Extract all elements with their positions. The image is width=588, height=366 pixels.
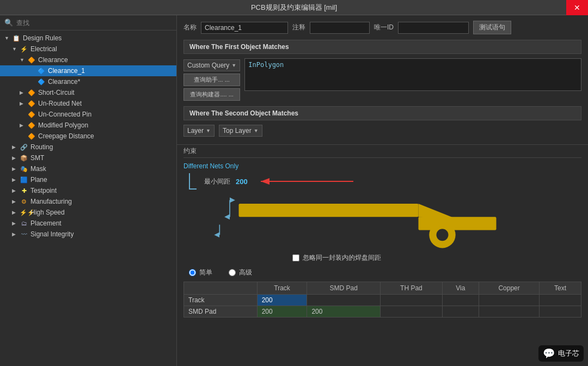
test-button[interactable]: 测试语句 — [473, 21, 511, 34]
svg-rect-6 — [419, 217, 497, 230]
search-input[interactable] — [16, 19, 172, 27]
table-row-track: Track 200 — [184, 295, 581, 306]
tree-item-un-connected-pin[interactable]: 🔶 Un-Connected Pin — [0, 109, 176, 120]
uid-input[interactable] — [398, 22, 469, 34]
tree-item-clearance-folder[interactable]: ▼ 🔶 Clearance — [0, 54, 176, 65]
row-label-track: Track — [184, 295, 258, 306]
mode-radio-row: 简单 高级 — [183, 268, 581, 277]
smdpad-thpad-value[interactable] — [381, 306, 443, 318]
tree-item-clearance1[interactable]: 🔷 Clearance_1 — [0, 65, 176, 76]
clearance-bracket — [189, 173, 197, 190]
comment-input[interactable] — [310, 22, 370, 34]
table-header-track: Track — [257, 282, 307, 295]
wechat-icon: 💬 — [543, 347, 555, 359]
filter-dropdown-arrow-icon: ▼ — [206, 128, 211, 133]
row-label-smdpad: SMD Pad — [184, 306, 258, 318]
tree-item-plane[interactable]: ▶ 🟦 Plane — [0, 174, 176, 185]
first-match-header: Where The First Object Matches — [183, 40, 581, 54]
query-textarea[interactable]: InPolygon — [244, 58, 581, 91]
rule-tree: ▼ 📋 Design Rules ▼ ⚡ Electrical ▼ 🔶 Clea… — [0, 30, 176, 366]
layer-dropdown[interactable]: Top Layer ▼ — [219, 125, 262, 137]
search-bar: 🔍 — [0, 15, 176, 30]
advanced-radio-label[interactable]: 高级 — [229, 268, 252, 277]
track-copper-value[interactable] — [479, 295, 540, 306]
svg-rect-4 — [239, 204, 419, 217]
constraints-area: 约束 Different Nets Only 最小间距 200 — [177, 145, 588, 366]
tree-item-manufacturing[interactable]: ▶ ⚙ Manufacturing — [0, 196, 176, 207]
table-row-smdpad: SMD Pad 200 200 — [184, 306, 581, 318]
window-title: PCB规则及约束编辑器 [mil] — [251, 3, 337, 13]
track-thpad-value[interactable] — [381, 295, 443, 306]
ignore-pad-label: 忽略同一封装内的焊盘间距 — [303, 253, 381, 263]
second-match-header: Where The Second Object Matches — [183, 106, 581, 120]
wechat-watermark: 💬 电子芯 — [538, 345, 584, 362]
tree-item-testpoint[interactable]: ▶ ✚ Testpoint — [0, 185, 176, 196]
smdpad-text-value[interactable] — [540, 306, 581, 318]
smdpad-track-value[interactable]: 200 — [257, 306, 307, 318]
right-panel: 名称 注释 唯一ID 测试语句 Where The First Object M… — [177, 15, 588, 366]
smdpad-via-value[interactable] — [442, 306, 479, 318]
tree-item-design-rules[interactable]: ▼ 📋 Design Rules — [0, 33, 176, 44]
track-smdpad-value[interactable] — [307, 295, 381, 306]
smdpad-copper-value[interactable] — [479, 306, 540, 318]
form-area: 名称 注释 唯一ID 测试语句 Where The First Object M… — [177, 15, 588, 145]
tree-item-smt[interactable]: ▶ 📦 SMT — [0, 152, 176, 163]
name-label: 名称 — [183, 23, 197, 32]
name-row: 名称 注释 唯一ID 测试语句 — [183, 21, 581, 34]
uid-label: 唯一ID — [374, 23, 394, 32]
query-helper-button[interactable]: 查询助手... ... — [183, 74, 240, 86]
wechat-text: 电子芯 — [558, 349, 579, 358]
title-bar: PCB规则及约束编辑器 [mil] ✕ — [0, 0, 588, 15]
tree-item-un-routed-net[interactable]: ▶ 🔶 Un-Routed Net — [0, 98, 176, 109]
tree-item-mask[interactable]: ▶ 🎭 Mask — [0, 163, 176, 174]
track-text-value[interactable] — [540, 295, 581, 306]
second-match-area: Where The Second Object Matches Layer ▼ … — [183, 106, 581, 137]
track-track-value[interactable]: 200 — [257, 295, 307, 306]
min-clearance-label: 最小间距 — [204, 177, 230, 186]
ignore-pad-checkbox-row: 忽略同一封装内的焊盘间距 — [292, 253, 581, 263]
constraint-table: Track SMD Pad TH Pad Via Copper Text Tra… — [183, 282, 581, 318]
search-icon: 🔍 — [4, 19, 13, 27]
first-match-area: Where The First Object Matches Custom Qu… — [183, 40, 581, 101]
diff-nets-label: Different Nets Only — [183, 162, 581, 170]
ignore-pad-checkbox[interactable] — [292, 254, 299, 261]
svg-point-9 — [437, 229, 449, 241]
left-panel: 🔍 ▼ 📋 Design Rules ▼ ⚡ Electrical ▼ — [0, 15, 177, 366]
arrow-annotation — [255, 175, 397, 187]
tree-item-signal-integrity[interactable]: ▶ 〰 Signal Integrity — [0, 229, 176, 240]
track-diagram — [183, 192, 581, 252]
layer-dropdown-arrow-icon: ▼ — [254, 128, 259, 133]
constraints-label: 约束 — [183, 145, 581, 158]
table-header-thpad: TH Pad — [381, 282, 443, 295]
query-builder-button[interactable]: 查询构建器.... ... — [183, 88, 240, 101]
clearance-value: 200 — [236, 178, 248, 186]
tree-item-clearance2[interactable]: 🔷 Clearance* — [0, 76, 176, 87]
tree-item-placement[interactable]: ▶ 🗂 Placement — [0, 218, 176, 229]
query-type-dropdown[interactable]: Custom Query ▼ — [183, 59, 240, 71]
tree-item-routing[interactable]: ▶ 🔗 Routing — [0, 142, 176, 152]
simple-radio[interactable] — [189, 269, 196, 276]
tree-item-modified-polygon[interactable]: ▶ 🔶 Modified Polygon — [0, 120, 176, 131]
table-header-copper: Copper — [479, 282, 540, 295]
table-empty-header — [184, 282, 258, 295]
advanced-radio[interactable] — [229, 269, 236, 276]
tree-item-electrical[interactable]: ▼ ⚡ Electrical — [0, 44, 176, 54]
tree-item-short-circuit[interactable]: ▶ 🔶 Short-Circuit — [0, 87, 176, 98]
table-header-via: Via — [442, 282, 479, 295]
dropdown-arrow-icon: ▼ — [231, 63, 236, 68]
table-header-smdpad: SMD Pad — [307, 282, 381, 295]
simple-radio-label[interactable]: 简单 — [189, 268, 212, 277]
close-button[interactable]: ✕ — [566, 0, 588, 15]
smdpad-smdpad-value[interactable]: 200 — [307, 306, 381, 318]
min-clearance-row: 最小间距 200 — [183, 173, 581, 190]
name-input[interactable] — [201, 22, 288, 34]
track-via-value[interactable] — [442, 295, 479, 306]
table-header-text: Text — [540, 282, 581, 295]
tree-item-high-speed[interactable]: ▶ ⚡⚡ High Speed — [0, 207, 176, 218]
filter-type-dropdown[interactable]: Layer ▼ — [183, 125, 215, 137]
tree-item-creepage-distance[interactable]: 🔶 Creepage Distance — [0, 131, 176, 142]
comment-label: 注释 — [292, 23, 305, 32]
